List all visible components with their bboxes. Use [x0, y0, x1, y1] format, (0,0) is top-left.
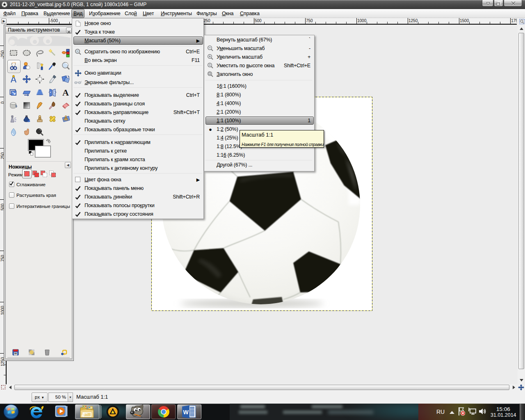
- svg-text:W: W: [183, 409, 189, 415]
- svg-text:A: A: [62, 88, 69, 97]
